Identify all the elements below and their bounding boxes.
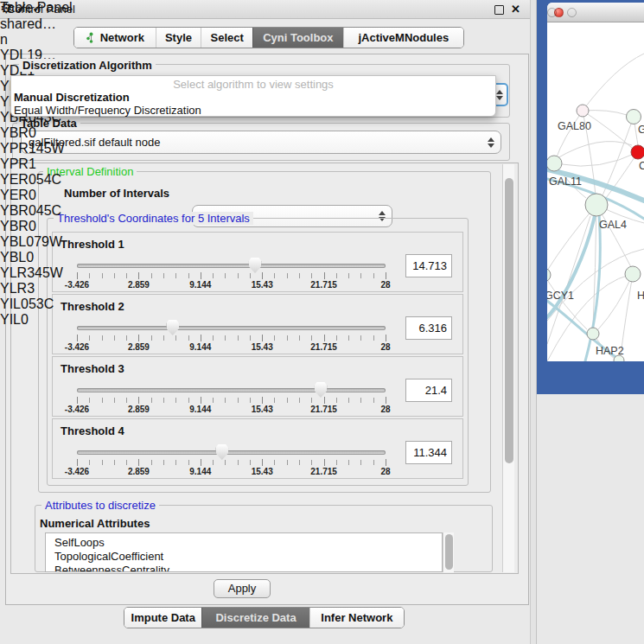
threshold-1-row: Threshold 1 -3.4262.8599.14415.4321.7152…: [52, 232, 463, 292]
threshold-3-value-field[interactable]: 21.4: [405, 379, 452, 402]
threshold-3-slider[interactable]: -3.4262.8599.14415.4321.71528: [77, 381, 386, 418]
attributes-scrollbar[interactable]: [443, 532, 454, 572]
slider-track[interactable]: [77, 450, 386, 455]
node-hap2[interactable]: [587, 328, 599, 340]
cell-shared-name[interactable]: YIL053C: [0, 296, 65, 312]
attribute-list-item[interactable]: BetweennessCentrality: [54, 564, 442, 572]
cell-shared-name[interactable]: YPR145W: [0, 141, 65, 156]
network-window-titlebar[interactable]: [547, 3, 644, 22]
cell-name[interactable]: YBR0: [0, 125, 65, 141]
threshold-2-row: Threshold 2 -3.4262.8599.14415.4321.7152…: [52, 294, 463, 354]
table-row[interactable]: YIL053CYIL0: [0, 296, 65, 328]
threshold-4-slider[interactable]: -3.4262.8599.14415.4321.71528: [77, 443, 386, 480]
slider-minor-ticks: [77, 460, 386, 465]
minimize-traffic-light-icon[interactable]: [567, 8, 577, 17]
tab-jactivemnodules[interactable]: jActiveMNodules: [343, 28, 463, 48]
cell-name[interactable]: YER0: [0, 188, 65, 203]
node-gal80[interactable]: [577, 105, 589, 117]
tab-impute-data[interactable]: Impute Data: [124, 608, 201, 628]
dropdown-item-equal-width-frequency[interactable]: Equal Width/Frequency Discretization: [14, 104, 201, 117]
attribute-list-item[interactable]: TopologicalCoefficient: [54, 550, 442, 564]
table-row[interactable]: YPR145WYPR1: [0, 141, 65, 172]
threshold-4-label: Threshold 4: [61, 424, 124, 437]
settings-scrollbar-thumb[interactable]: [505, 178, 513, 463]
checkbox-icon[interactable]: ✓: [16, 1, 28, 16]
slider-tick-label: -3.426: [65, 280, 89, 290]
cell-name[interactable]: YBR0: [0, 219, 65, 234]
table-row[interactable]: YER054CYER0: [0, 172, 65, 203]
slider-tick-label: 21.715: [310, 280, 337, 290]
cell-name[interactable]: YBL0: [0, 250, 65, 265]
cell-name[interactable]: YIL0: [0, 312, 65, 328]
tab-network[interactable]: Network: [74, 28, 156, 48]
tab-impute-data-label: Impute Data: [131, 611, 195, 624]
network-canvas[interactable]: GAL80 G. C GAL11 GAL4 GCY1 H HAP2: [547, 22, 644, 361]
table-row[interactable]: YBR045CYBR0: [0, 203, 65, 234]
threshold-4-value-field[interactable]: 11.344: [405, 441, 452, 464]
float-window-icon[interactable]: [494, 5, 504, 15]
apply-button[interactable]: Apply: [214, 579, 271, 598]
tab-infer-network-label: Infer Network: [321, 611, 392, 624]
tab-select[interactable]: Select: [201, 28, 252, 48]
slider-thumb[interactable]: [249, 258, 262, 273]
node-label-hap2: HAP2: [596, 345, 624, 357]
threshold-3-label: Threshold 3: [61, 362, 124, 375]
threshold-2-label: Threshold 2: [61, 300, 124, 313]
tab-style[interactable]: Style: [156, 28, 201, 48]
slider-thumb[interactable]: [215, 444, 228, 460]
split-pane-divider[interactable]: [530, 0, 537, 644]
tab-infer-network[interactable]: Infer Network: [309, 608, 404, 628]
table-row[interactable]: YLR345WYLR3: [0, 265, 65, 296]
numerical-attributes-label: Numerical Attributes: [40, 517, 150, 530]
table-panel-body: ⚙ ✓ ✓ shared… n YDL19…YDL1YDR27…YDR2YBR0…: [0, 0, 65, 328]
node-gal4[interactable]: [585, 194, 608, 216]
column-header-shared-name[interactable]: shared…: [0, 16, 65, 32]
node-gcy1[interactable]: [547, 268, 551, 282]
cell-shared-name[interactable]: YLR345W: [0, 265, 65, 281]
attribute-list-item[interactable]: SelfLoops: [54, 536, 442, 550]
table-row[interactable]: YBL079WYBL0: [0, 234, 65, 265]
numerical-attributes-list[interactable]: SelfLoopsTopologicalCoefficientBetweenne…: [45, 532, 443, 572]
node-label-gal11: GAL11: [549, 175, 582, 188]
node-label-gal4: GAL4: [599, 219, 627, 231]
attributes-scrollbar-thumb[interactable]: [445, 534, 453, 570]
node-g[interactable]: [627, 110, 641, 124]
thresholds-group-title: Threshold's Coordinates for 5 Intervals: [54, 212, 253, 225]
slider-track[interactable]: [77, 264, 386, 268]
table-data-combobox[interactable]: galFiltered.sif default node: [21, 131, 501, 154]
tab-discretize-data[interactable]: Discretize Data: [201, 608, 309, 628]
slider-tick-label: 28: [380, 467, 390, 476]
slider-track[interactable]: [77, 388, 386, 392]
slider-track[interactable]: [77, 326, 386, 330]
slider-thumb[interactable]: [166, 320, 179, 335]
close-icon[interactable]: ✕: [511, 2, 520, 17]
threshold-1-value-field[interactable]: 14.713: [405, 254, 452, 277]
threshold-2-value-field[interactable]: 6.316: [405, 316, 452, 340]
cell-shared-name[interactable]: YBL079W: [0, 234, 65, 250]
tab-cyni-toolbox[interactable]: Cyni Toolbox: [252, 28, 343, 48]
node-red-selected[interactable]: [631, 145, 644, 159]
threshold-2-slider[interactable]: -3.4262.8599.14415.4321.71528: [77, 319, 386, 355]
checkbox-icon[interactable]: ✓: [32, 1, 43, 16]
cell-shared-name[interactable]: YBR045C: [0, 203, 65, 219]
slider-tick-label: 15.43: [252, 405, 273, 414]
dropdown-item-manual-discretization[interactable]: Manual Discretization: [14, 91, 130, 104]
cell-name[interactable]: YLR3: [0, 281, 65, 296]
column-header-name[interactable]: n: [0, 32, 65, 48]
gear-icon[interactable]: ⚙: [0, 1, 12, 16]
slider-tick-label: 21.715: [310, 405, 337, 414]
slider-thumb[interactable]: [315, 382, 328, 398]
slider-tick-label: 15.43: [252, 342, 273, 352]
slider-tick-label: 9.144: [189, 280, 211, 290]
node-gal11[interactable]: [547, 156, 562, 171]
slider-scale: -3.4262.8599.14415.4321.71528: [77, 467, 386, 477]
node-h[interactable]: [625, 266, 641, 282]
control-panel: Control Panel ✕ Network Style Select: [0, 0, 530, 644]
cell-name[interactable]: YPR1: [0, 156, 65, 172]
cell-shared-name[interactable]: YER054C: [0, 172, 65, 188]
settings-scrollbar[interactable]: [502, 164, 514, 572]
network-graph: GAL80 G. C GAL11 GAL4 GCY1 H HAP2: [547, 22, 644, 361]
zoom-traffic-light-icon[interactable]: [547, 8, 557, 17]
slider-minor-ticks: [77, 398, 386, 403]
threshold-1-slider[interactable]: -3.4262.8599.14415.4321.71528: [77, 257, 386, 293]
